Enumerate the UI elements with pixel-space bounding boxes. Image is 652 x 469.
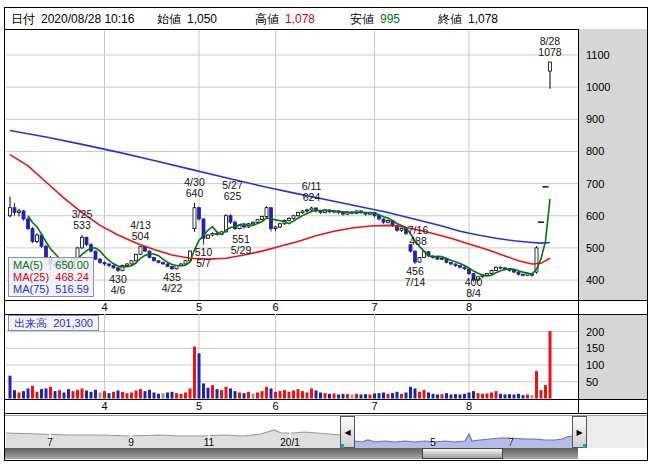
ma5-label: MA(5) <box>13 259 43 271</box>
price-annotation: 400 8/4 <box>465 277 483 299</box>
ma25-label: MA(25) <box>13 271 49 283</box>
nav-axis-label: 11 <box>204 437 214 448</box>
month-tick: 8 <box>466 400 472 412</box>
horizontal-scrollbar[interactable] <box>5 448 578 459</box>
price-annotation: 3/25 533 <box>72 209 92 231</box>
nav-selection-line <box>355 434 572 442</box>
month-tick: 5 <box>196 301 202 313</box>
info-bar: 日付2020/08/28 10:16始値1,050高値1,078安値995終値1… <box>5 8 647 30</box>
ma5-line <box>28 199 550 276</box>
month-tick: 6 <box>272 301 278 313</box>
ma75-value: 516.59 <box>55 283 89 295</box>
price-annotation: 430 4/6 <box>109 274 127 296</box>
candlestick-series <box>9 62 552 282</box>
price-annotation: 456 7/14 <box>405 266 425 288</box>
price-annotation: 5/27 625 <box>222 180 242 202</box>
volume-label: 出来高 <box>14 317 47 329</box>
nav-axis-label: 7 <box>47 437 53 448</box>
volume-axis-tick: 200 <box>586 326 604 338</box>
nav-history-fill <box>6 430 355 448</box>
volume-legend: 出来高 201,300 <box>8 315 99 331</box>
nav-axis-label: 20/1 <box>280 437 299 448</box>
ma25-value: 468.24 <box>55 271 89 283</box>
price-annotation: 4/13 504 <box>130 220 150 242</box>
price-annotation: 4/30 640 <box>184 177 204 199</box>
month-tick: 5 <box>196 400 202 412</box>
price-annotation: 7/16 488 <box>408 225 428 247</box>
month-tick: 4 <box>101 301 107 313</box>
info-field: 高値1,078 <box>255 11 315 28</box>
chart-frame: 日付2020/08/28 10:16始値1,050高値1,078安値995終値1… <box>4 7 648 461</box>
price-annotation: 551 5/29 <box>231 234 251 256</box>
price-annotation: 6/11 624 <box>302 181 322 203</box>
month-tick: 4 <box>101 400 107 412</box>
price-axis-tick: 1000 <box>586 81 610 93</box>
chart-canvas <box>5 8 647 460</box>
volume-axis-tick: 50 <box>586 376 598 388</box>
volume-axis-tick: 100 <box>586 359 604 371</box>
price-axis-tick: 600 <box>586 210 604 222</box>
month-tick: 8 <box>466 301 472 313</box>
info-field: 日付2020/08/28 10:16 <box>11 11 134 28</box>
nav-axis-label: 7 <box>508 437 514 448</box>
info-field: 終値1,078 <box>438 11 498 28</box>
price-axis-tick: 900 <box>586 113 604 125</box>
volume-value: 201,300 <box>53 317 93 329</box>
navigator-spacer <box>586 416 647 448</box>
price-axis-tick: 700 <box>586 178 604 190</box>
scrollbar-thumb[interactable] <box>422 448 503 459</box>
price-axis-tick: 1100 <box>586 49 610 61</box>
ma5-value: 650.00 <box>55 259 89 271</box>
ma-legend: MA(5)650.00 MA(25)468.24 MA(75)516.59 <box>8 257 94 297</box>
nav-axis-label: 5 <box>430 437 436 448</box>
volume-bars <box>9 331 552 398</box>
month-tick: 7 <box>371 400 377 412</box>
price-axis-tick: 800 <box>586 145 604 157</box>
info-field: 始値1,050 <box>157 11 217 28</box>
month-axis-main: 45678 <box>5 300 647 315</box>
price-annotation: 435 4/22 <box>162 272 182 294</box>
nav-selection-fill <box>355 434 572 448</box>
info-field: 安値995 <box>350 11 400 28</box>
month-tick: 7 <box>371 301 377 313</box>
ma75-label: MA(75) <box>13 283 49 295</box>
price-axis-tick: 400 <box>586 274 604 286</box>
nav-right-marker <box>583 444 586 448</box>
price-annotation: 510 5/7 <box>195 247 213 269</box>
volume-axis-tick: 150 <box>586 342 604 354</box>
range-navigator[interactable]: ◀ ▶ 791120/157 <box>5 415 647 449</box>
nav-history-line <box>6 430 355 440</box>
navigator-canvas <box>5 416 647 449</box>
price-axis-panel: 11001000900800700600500400 <box>578 29 647 300</box>
price-axis-tick: 500 <box>586 242 604 254</box>
stock-chart-window: 日付2020/08/28 10:16始値1,050高値1,078安値995終値1… <box>0 0 652 469</box>
nav-axis-label: 9 <box>128 437 134 448</box>
month-axis-volume: 45678 <box>5 399 647 414</box>
month-tick: 6 <box>272 400 278 412</box>
volume-axis-panel: 20015010050 <box>578 314 647 399</box>
price-annotation: 8/28 1078 <box>538 36 561 58</box>
